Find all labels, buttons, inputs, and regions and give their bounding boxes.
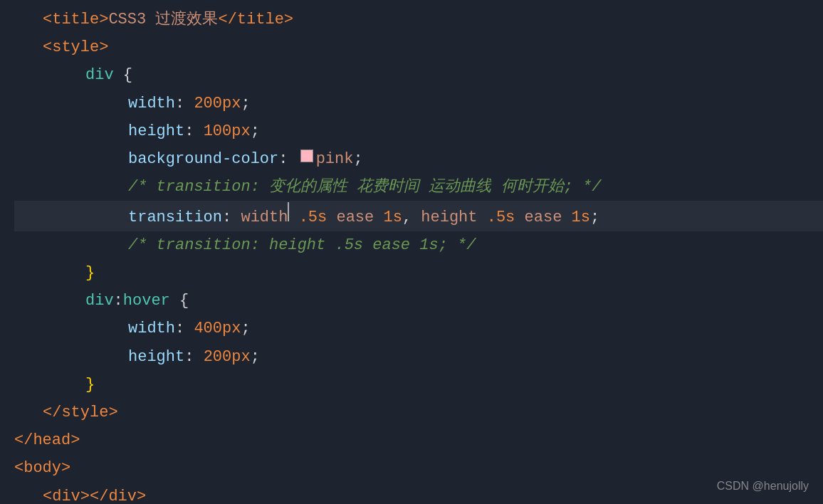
code-token-value-num: 1s [383,205,402,230]
code-token-value-str: ease [525,205,562,230]
code-token-value-color [374,205,383,230]
code-token-value-num: .5s [487,205,515,230]
code-line: <div></div> [14,483,823,504]
code-token-value-num: 100px [204,119,251,144]
code-token-brace: } [85,372,95,397]
code-line: </style> [14,399,823,426]
code-line: width: 200px; [14,90,823,117]
code-token-value-color: , [402,205,421,230]
code-token-tag: <style> [43,35,108,60]
code-line: <body> [14,454,823,482]
code-token-tag: <body> [14,456,70,481]
code-line: div:hover { [14,287,823,315]
code-token-selector: div [85,63,114,88]
code-token-value-num: 400px [194,316,241,341]
code-line: /* transition: 变化的属性 花费时间 运动曲线 何时开始; */ [14,173,823,201]
code-token-property: width [128,91,175,116]
code-line: transition: width .5s ease 1s, height .5… [14,201,823,231]
code-token-tag: </title> [218,7,293,32]
code-line: <style> [14,33,823,61]
code-line: background-color: pink; [14,145,823,173]
code-token-semicolon: ; [353,147,362,172]
code-token-value-str: pink [316,147,354,172]
code-token-brace: } [85,261,95,285]
code-token-tag: <div> [43,484,90,504]
code-token-value-str: height [421,205,477,230]
code-line: <title>CSS3 过渡效果</title> [14,6,823,33]
code-token-value-str: ease [336,205,374,230]
code-token-comment: /* transition: 变化的属性 花费时间 运动曲线 何时开始; */ [128,174,601,199]
code-token-bracket: { [114,63,132,88]
code-editor: <title>CSS3 过渡效果</title><style>div {widt… [0,0,823,504]
code-token-selector: div [85,288,114,313]
code-token-value-num: 1s [572,205,590,230]
watermark: CSDN @henujolly [717,477,809,495]
code-token-semicolon: ; [251,345,260,369]
code-line: div { [14,61,823,89]
code-token-comment: /* transition: height .5s ease 1s; */ [128,233,476,258]
code-token-property: background-color [128,147,278,172]
code-token-property: height [128,345,184,369]
code-token-property: transition [128,205,222,230]
code-token-value-color [327,205,336,230]
code-line: } [14,259,823,287]
code-token-tag: <title> [43,7,108,32]
code-token-semicolon: ; [251,119,260,144]
color-swatch [300,149,313,162]
code-line: height: 100px; [14,117,823,145]
code-token-colon: : [222,205,241,230]
code-token-value-str: width [241,205,288,230]
code-line: } [14,371,823,399]
code-token-value-color [478,205,487,230]
code-token-semicolon: ; [241,91,250,116]
code-token-value-num: 200px [204,345,251,369]
code-token-value-color [562,205,571,230]
code-token-tag: </style> [43,400,118,425]
code-line: /* transition: height .5s ease 1s; */ [14,231,823,259]
code-token-colon: : [114,288,123,313]
code-token-bracket: { [170,288,189,313]
code-token-value-num: 200px [194,91,241,116]
code-token-value-color [515,205,524,230]
code-line: width: 400px; [14,315,823,342]
code-token-colon: : [175,91,194,116]
code-token-semicolon: ; [590,205,599,230]
code-token-value-color [289,205,298,230]
code-token-colon: : [184,119,203,144]
code-token-semicolon: ; [241,316,250,341]
code-token-property: width [128,316,175,341]
code-line: </head> [14,426,823,454]
code-token-selector: hover [123,288,170,313]
code-token-colon: : [175,316,194,341]
code-line: height: 200px; [14,343,823,371]
code-token-value-num: .5s [299,205,327,230]
code-token-tag: </head> [14,428,80,453]
code-token-colon: : [278,147,297,172]
code-token-value-str: CSS3 过渡效果 [108,7,218,32]
code-token-property: height [128,119,184,144]
code-token-tag: </div> [90,484,146,504]
code-token-colon: : [184,345,203,369]
